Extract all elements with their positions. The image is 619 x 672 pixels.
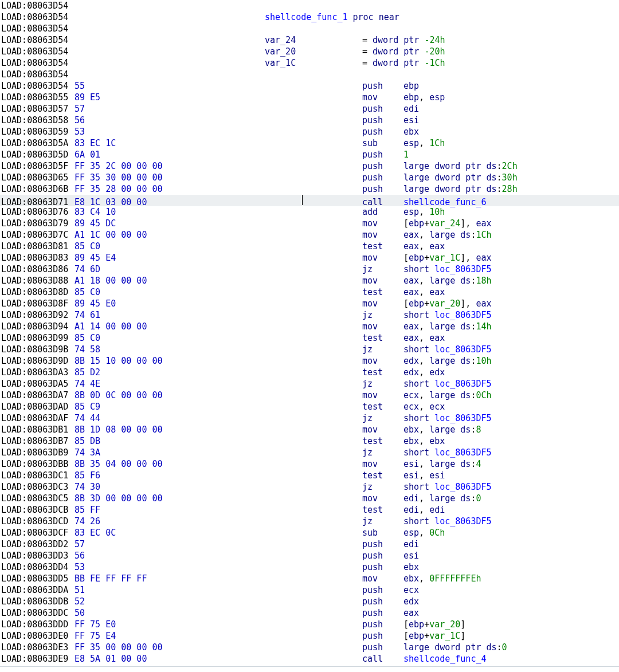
disasm-line[interactable]: LOAD:08063DC374 30jzshort loc_8063DF5 — [0, 481, 619, 493]
opcode-bytes: A1 18 00 00 00 — [75, 275, 303, 286]
address: LOAD:08063D99 — [0, 332, 75, 344]
disasm-line[interactable]: LOAD:08063DCD74 26jzshort loc_8063DF5 — [0, 516, 619, 527]
mnemonic: mov — [362, 355, 403, 367]
local-var-def: = dword ptr -1Ch — [362, 57, 445, 69]
mnemonic: push — [362, 561, 403, 573]
mnemonic: push — [362, 160, 403, 172]
disasm-line[interactable]: LOAD:08063DDB52pushedx — [0, 596, 619, 607]
disasm-line[interactable]: LOAD:08063DD257pushedi — [0, 539, 619, 550]
disasm-line[interactable]: LOAD:08063D54 — [0, 0, 619, 11]
disasm-line[interactable]: LOAD:08063D5A83 EC 1Csubesp, 1Ch — [0, 137, 619, 149]
disasm-line[interactable]: LOAD:08063D7989 45 DCmov[ebp+var_24], ea… — [0, 218, 619, 229]
disasm-line[interactable]: LOAD:08063DD356pushesi — [0, 550, 619, 561]
disasm-line[interactable]: LOAD:08063D9D8B 15 10 00 00 00movedx, la… — [0, 355, 619, 367]
operands: esp, 0Ch — [403, 527, 619, 539]
mnemonic: push — [362, 80, 403, 92]
disasm-line[interactable]: LOAD:08063D54 — [0, 69, 619, 80]
mnemonic: mov — [362, 424, 403, 435]
opcode-bytes: 50 — [75, 607, 303, 619]
operands: [ebp+var_1C], eax — [403, 252, 619, 264]
operands: edi — [403, 539, 619, 550]
mnemonic: mov — [362, 390, 403, 401]
address: LOAD:08063D6B — [0, 183, 75, 195]
opcode-bytes: 53 — [75, 561, 303, 573]
opcode-bytes: 52 — [75, 596, 303, 607]
address: LOAD:08063DA5 — [0, 378, 75, 390]
mnemonic: jz — [362, 344, 403, 355]
disasm-line[interactable]: LOAD:08063DE3FF 35 00 00 00 00pushlarge … — [0, 642, 619, 653]
disasm-line[interactable]: LOAD:08063DAF74 44jzshort loc_8063DF5 — [0, 412, 619, 424]
disasm-line[interactable]: LOAD:08063D8674 6Djzshort loc_8063DF5 — [0, 264, 619, 275]
opcode-bytes: 74 3A — [75, 447, 303, 458]
opcode-bytes: FF 75 E4 — [75, 630, 303, 642]
disasm-line[interactable]: LOAD:08063DC185 F6testesi, esi — [0, 470, 619, 481]
local-var-def: = dword ptr -24h — [362, 34, 445, 46]
disasm-line[interactable]: LOAD:08063D5953pushebx — [0, 126, 619, 137]
text-cursor — [302, 195, 303, 205]
disasm-line[interactable]: LOAD:08063D54var_24= dword ptr -24h — [0, 34, 619, 46]
operands: ebx, 0FFFFFFFEh — [403, 573, 619, 584]
disasm-line[interactable]: LOAD:08063DB974 3Ajzshort loc_8063DF5 — [0, 447, 619, 458]
code-reference: loc_8063DF5 — [434, 413, 491, 423]
disasm-line[interactable]: LOAD:08063D71E8 1C 03 00 00callshellcode… — [0, 195, 619, 206]
address: LOAD:08063D54 — [0, 11, 75, 23]
operands: shellcode_func_4 — [403, 653, 619, 665]
disasm-line[interactable]: LOAD:08063DD453pushebx — [0, 561, 619, 573]
address: LOAD:08063D9D — [0, 355, 75, 367]
disasm-line[interactable]: LOAD:08063D54shellcode_func_1 proc near — [0, 11, 619, 23]
disasm-line[interactable]: LOAD:08063D8185 C0testeax, eax — [0, 241, 619, 252]
disasm-line[interactable]: LOAD:08063DCB85 FFtestedi, edi — [0, 504, 619, 516]
disasm-line[interactable]: LOAD:08063DD5BB FE FF FF FFmovebx, 0FFFF… — [0, 573, 619, 584]
address: LOAD:08063D54 — [0, 0, 75, 11]
disasm-line[interactable]: LOAD:08063D5589 E5movebp, esp — [0, 92, 619, 103]
disasm-line[interactable]: LOAD:08063D88A1 18 00 00 00moveax, large… — [0, 275, 619, 286]
disasm-line[interactable]: LOAD:08063D54var_1C= dword ptr -1Ch — [0, 57, 619, 69]
mnemonic: mov — [362, 275, 403, 286]
disasm-line[interactable]: LOAD:08063D9985 C0testeax, eax — [0, 332, 619, 344]
disasm-line[interactable]: LOAD:08063D8F89 45 E0mov[ebp+var_20], ea… — [0, 298, 619, 309]
disasm-line[interactable]: LOAD:08063DDC50pusheax — [0, 607, 619, 619]
disasm-line[interactable]: LOAD:08063DA385 D2testedx, edx — [0, 367, 619, 378]
disasm-line[interactable]: LOAD:08063D54var_20= dword ptr -20h — [0, 46, 619, 57]
disasm-line[interactable]: LOAD:08063D6BFF 35 28 00 00 00pushlarge … — [0, 183, 619, 195]
disasm-line[interactable]: LOAD:08063DDDFF 75 E0push[ebp+var_20] — [0, 619, 619, 630]
disasm-line[interactable]: LOAD:08063D5455pushebp — [0, 80, 619, 92]
disasm-line[interactable]: LOAD:08063DC58B 3D 00 00 00 00movedi, la… — [0, 493, 619, 504]
disasm-line[interactable]: LOAD:08063DE9E8 5A 01 00 00callshellcode… — [0, 653, 619, 665]
disasm-line[interactable]: LOAD:08063D65FF 35 30 00 00 00pushlarge … — [0, 172, 619, 183]
disasm-line[interactable]: LOAD:08063D5D6A 01push1 — [0, 149, 619, 160]
mnemonic: jz — [362, 412, 403, 424]
disasm-line[interactable]: LOAD:08063D8D85 C0testeax, eax — [0, 286, 619, 298]
disasm-line[interactable]: LOAD:08063D7CA1 1C 00 00 00moveax, large… — [0, 229, 619, 241]
disasm-line[interactable]: LOAD:08063DDA51pushecx — [0, 584, 619, 596]
disasm-line[interactable]: LOAD:08063DB785 DBtestebx, ebx — [0, 435, 619, 447]
disasm-line[interactable]: LOAD:08063DA78B 0D 0C 00 00 00movecx, la… — [0, 390, 619, 401]
disasm-line[interactable]: LOAD:08063D5856pushesi — [0, 115, 619, 126]
disasm-line[interactable]: LOAD:08063D8389 45 E4mov[ebp+var_1C], ea… — [0, 252, 619, 264]
disasm-line[interactable]: LOAD:08063D9274 61jzshort loc_8063DF5 — [0, 309, 619, 321]
disassembly-listing[interactable]: LOAD:08063D54LOAD:08063D54shellcode_func… — [0, 0, 619, 666]
disasm-line[interactable]: LOAD:08063D5757pushedi — [0, 103, 619, 115]
disasm-line[interactable]: LOAD:08063D54 — [0, 23, 619, 34]
opcode-bytes: FF 35 00 00 00 00 — [75, 642, 303, 653]
opcode-bytes: 74 26 — [75, 516, 303, 527]
opcode-bytes: FF 35 2C 00 00 00 — [75, 160, 303, 172]
opcode-bytes: 85 C0 — [75, 241, 303, 252]
disasm-line[interactable]: LOAD:08063D94A1 14 00 00 00moveax, large… — [0, 321, 619, 332]
mnemonic: push — [362, 550, 403, 561]
operands: edi — [403, 103, 619, 115]
disasm-line[interactable]: LOAD:08063DBB8B 35 04 00 00 00movesi, la… — [0, 458, 619, 470]
disasm-line[interactable]: LOAD:08063DAD85 C9testecx, ecx — [0, 401, 619, 412]
disasm-line[interactable]: LOAD:08063DCF83 EC 0Csubesp, 0Ch — [0, 527, 619, 539]
disasm-line[interactable]: LOAD:08063DE0FF 75 E4push[ebp+var_1C] — [0, 630, 619, 642]
mnemonic: jz — [362, 516, 403, 527]
disasm-line[interactable]: LOAD:08063DB18B 1D 08 00 00 00movebx, la… — [0, 424, 619, 435]
address: LOAD:08063D54 — [0, 80, 75, 92]
disasm-line[interactable]: LOAD:08063D9B74 58jzshort loc_8063DF5 — [0, 344, 619, 355]
disasm-line[interactable]: LOAD:08063DA574 4Ejzshort loc_8063DF5 — [0, 378, 619, 390]
disasm-line[interactable]: LOAD:08063D7683 C4 10addesp, 10h — [0, 206, 619, 218]
opcode-bytes: 8B 3D 00 00 00 00 — [75, 493, 303, 504]
disasm-line[interactable]: LOAD:08063D5FFF 35 2C 00 00 00pushlarge … — [0, 160, 619, 172]
operands: eax, eax — [403, 332, 619, 344]
opcode-bytes: 8B 35 04 00 00 00 — [75, 458, 303, 470]
